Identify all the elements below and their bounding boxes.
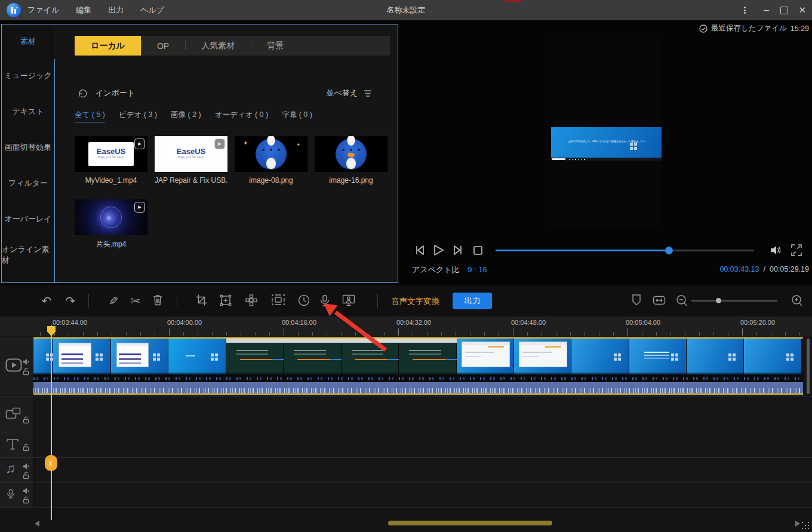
volume-button[interactable] xyxy=(769,243,782,257)
ruler-timestamp: 00:03:44.00 xyxy=(53,319,87,326)
library-tab[interactable]: 人気素材 xyxy=(185,36,251,56)
undo-icon[interactable]: ↶ xyxy=(39,294,54,308)
redo-icon[interactable]: ↷ xyxy=(63,294,78,308)
horizontal-scrollbar[interactable] xyxy=(388,521,552,525)
resize-grip-icon[interactable] xyxy=(802,522,810,530)
vertical-scrollbar[interactable] xyxy=(807,339,810,394)
scroll-left-arrow-icon[interactable] xyxy=(35,521,39,527)
media-filename: JAP Repair & Fix USB... xyxy=(155,176,227,184)
sidebar-item[interactable]: 素材 xyxy=(2,24,54,58)
sidebar-item[interactable]: フィルター xyxy=(2,165,54,201)
timeline-ruler[interactable]: 00:03:44.0000:04:00.0000:04:16.0000:04:3… xyxy=(0,316,812,336)
pip-track[interactable] xyxy=(0,396,812,432)
current-time: 00:03:43.13 xyxy=(719,265,759,273)
timeline-zoom-thumb[interactable] xyxy=(716,298,721,303)
aspect-ratio-row[interactable]: アスペクト比 9 : 16 xyxy=(412,265,487,275)
menu-item[interactable]: 出力 xyxy=(108,5,124,16)
menu-item[interactable]: 編集 xyxy=(76,5,91,16)
delete-icon[interactable] xyxy=(150,294,165,308)
cut-icon[interactable]: ✂ xyxy=(128,294,143,308)
media-thumbnail[interactable]: ▶ xyxy=(75,199,147,235)
sidebar-item[interactable]: 画面切替効果 xyxy=(2,130,54,165)
preview-frame: 上記の方法を試して、USBメモリがまだ認識されなかった場合は、デー xyxy=(551,127,662,161)
menu-item[interactable]: ヘルプ xyxy=(140,5,164,16)
lock-track-icon[interactable] xyxy=(23,443,29,454)
text-track[interactable] xyxy=(0,432,812,457)
media-item[interactable]: ✦ ✦ image-08.png xyxy=(235,136,307,184)
library-tab[interactable]: ローカル xyxy=(75,36,141,56)
maximize-button[interactable] xyxy=(780,0,788,20)
next-frame-button[interactable] xyxy=(451,243,465,257)
media-thumbnail[interactable] xyxy=(315,136,387,172)
video-clip-strip[interactable] xyxy=(33,339,803,374)
lock-track-icon[interactable] xyxy=(23,496,29,506)
check-circle-icon xyxy=(699,24,708,33)
prev-frame-button[interactable] xyxy=(413,243,426,257)
duration-icon[interactable] xyxy=(297,294,311,308)
voiceover-mic-icon[interactable] xyxy=(318,294,332,308)
media-panel: 素材 ミュージック テキスト 画面切替効果 フィルター xyxy=(1,24,398,283)
scroll-right-arrow-icon[interactable] xyxy=(795,521,800,527)
video-clip[interactable] xyxy=(33,337,803,395)
preview-progress-bar[interactable] xyxy=(496,250,754,251)
app-logo-icon[interactable] xyxy=(7,3,21,17)
windows-logo-icon xyxy=(630,143,633,146)
edit-icon[interactable]: ✎ xyxy=(106,294,121,308)
voiceover-track[interactable] xyxy=(0,482,812,508)
media-thumbnail[interactable]: EaseUS Make your life easy! ▶ xyxy=(75,136,147,172)
split-cursor-badge[interactable]: ✂ xyxy=(45,455,57,471)
fit-timeline-icon[interactable] xyxy=(652,294,666,308)
lock-track-icon[interactable] xyxy=(23,416,29,426)
sidebar-item[interactable]: テキスト xyxy=(2,94,54,130)
sidebar-item[interactable]: オンライン素材 xyxy=(2,237,54,273)
presenter-icon[interactable] xyxy=(342,294,356,308)
music-track-header[interactable]: ♫ xyxy=(0,458,33,482)
video-track-header[interactable] xyxy=(0,337,33,395)
speech-to-text-button[interactable]: 音声文字変換 xyxy=(391,296,439,307)
zoom-in-icon[interactable] xyxy=(789,294,804,308)
pip-track-header[interactable] xyxy=(0,396,33,432)
media-thumbnail[interactable]: EaseUS Make your life easy! ▶ xyxy=(155,136,227,172)
media-item[interactable]: EaseUS Make your life easy! ▶ JAP Repair… xyxy=(155,136,227,184)
playhead-line[interactable] xyxy=(51,325,52,520)
timeline-zoom-slider[interactable] xyxy=(691,300,777,302)
sort-icon xyxy=(363,90,373,97)
fullscreen-button[interactable] xyxy=(791,243,802,257)
crop-icon[interactable] xyxy=(194,294,208,308)
media-thumbnail[interactable]: ✦ ✦ xyxy=(235,136,307,172)
text-track-header[interactable] xyxy=(0,432,33,457)
minimize-button[interactable]: – xyxy=(764,0,769,20)
pip-icon[interactable] xyxy=(271,294,285,308)
mute-track-icon[interactable] xyxy=(23,357,30,368)
menu-item[interactable]: ファイル xyxy=(27,5,59,16)
library-tab[interactable]: OP xyxy=(141,36,185,56)
library-tab[interactable]: 背景 xyxy=(251,36,300,56)
sidebar-item[interactable]: ミュージック xyxy=(2,58,54,94)
import-button[interactable]: インポート xyxy=(78,88,135,99)
lock-track-icon[interactable] xyxy=(23,367,29,378)
media-item[interactable]: EaseUS Make your life easy! ▶ MyVideo_1.… xyxy=(75,136,147,184)
media-item[interactable]: image-16.png xyxy=(315,136,387,184)
preview-progress-thumb[interactable] xyxy=(665,247,673,254)
play-button[interactable] xyxy=(431,243,445,257)
zoom-out-icon[interactable] xyxy=(675,294,689,308)
preview-viewport[interactable]: 上記の方法を試して、USBメモリがまだ認識されなかった場合は、デー xyxy=(551,33,662,229)
marker-icon[interactable] xyxy=(629,294,644,308)
more-menu-icon[interactable] xyxy=(744,0,752,20)
total-time: 00:05:29.19 xyxy=(770,265,809,273)
video-track[interactable] xyxy=(0,337,812,395)
recent-saved-files[interactable]: 最近保存したファイル 15:29 xyxy=(699,23,809,33)
freeze-frame-icon[interactable] xyxy=(219,294,233,308)
stop-button[interactable] xyxy=(472,243,484,257)
voiceover-track-header[interactable] xyxy=(0,483,33,508)
mosaic-icon[interactable] xyxy=(244,294,259,308)
music-track[interactable]: ♫ xyxy=(0,457,812,482)
close-button[interactable]: ✕ xyxy=(798,0,806,20)
sidebar-item[interactable]: オーバーレイ xyxy=(2,201,54,237)
clip-thumbnail-desktop xyxy=(687,339,744,374)
lock-track-icon[interactable] xyxy=(23,471,29,482)
mic-track-icon xyxy=(5,488,16,502)
export-button[interactable]: 出力 xyxy=(453,293,492,309)
sort-button[interactable]: 並べ替え xyxy=(326,88,373,99)
media-item[interactable]: ▶ 片头.mp4 xyxy=(75,199,147,250)
